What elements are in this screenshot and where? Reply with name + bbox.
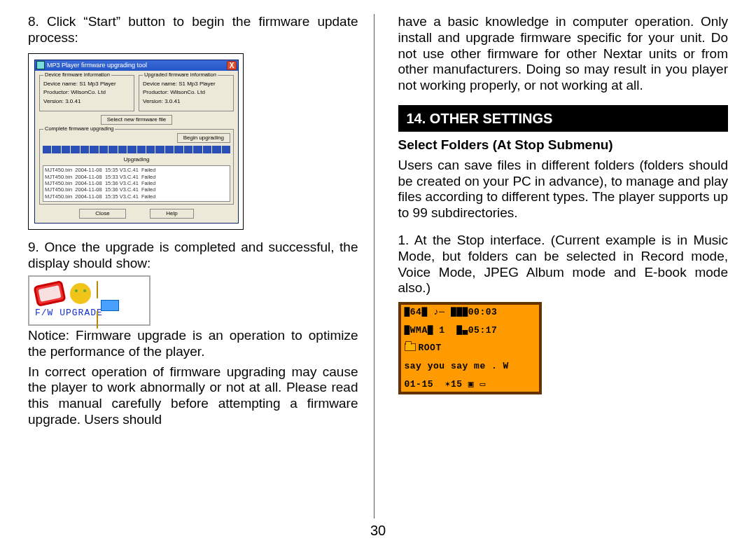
stop-interface-para: 1. At the Stop interface. (Current examp… (398, 233, 729, 296)
firmware-dialog-screenshot: MP3 Player firmware upgrading tool X Dev… (28, 53, 244, 230)
version-row: Version: 3.0.41 (43, 98, 130, 105)
lcd-status-line2: █WMA█ 1 █▄05:17 (405, 325, 536, 336)
device-info-legend: Device firmware information (43, 71, 111, 78)
productor-row: Productor: WilsonCo. Ltd (43, 89, 130, 96)
continuation-text: have a basic knowledge in computer opera… (398, 14, 729, 94)
other-settings-header: 14. OTHER SETTINGS (398, 105, 729, 132)
dialog-title: MP3 Player firmware upgrading tool (47, 62, 227, 69)
lcd-status-line1: █64█ ♪─ ███00:03 (405, 307, 536, 318)
dialog-window: MP3 Player firmware upgrading tool X Dev… (34, 60, 239, 224)
player-lcd-inner: █64█ ♪─ ███00:03 █WMA█ 1 █▄05:17 ROOT sa… (401, 305, 539, 392)
badge-icons (35, 282, 123, 305)
device-icon (33, 280, 66, 307)
upgraded-info-legend: Upgraded firmware information (143, 71, 218, 78)
select-folders-subhead: Select Folders (At Stop Submenu) (398, 137, 729, 153)
notice1-text: Notice: Firmware upgrade is an operation… (28, 328, 358, 360)
lcd-folder-line: ROOT (405, 343, 536, 354)
select-firmware-button[interactable]: Select new firmware file (101, 115, 172, 125)
upgrading-label: Upgrading (43, 156, 230, 163)
close-icon[interactable]: X (227, 61, 237, 70)
notice2-text: In correct operation of firmware upgradi… (28, 364, 358, 428)
progress-bar (43, 146, 230, 153)
step9-text: 9. Once the upgrade is completed and suc… (28, 240, 358, 272)
player-lcd-screenshot: █64█ ♪─ ███00:03 █WMA█ 1 █▄05:17 ROOT sa… (398, 302, 542, 394)
folders-para: Users can save files in different folder… (398, 158, 729, 221)
upg-device-name-row: Device name: S1 Mp3 Player (143, 81, 230, 88)
select-file-row: Select new firmware file (39, 115, 234, 125)
device-name-row: Device name: S1 Mp3 Player (43, 81, 130, 88)
progress-fieldset: Complete firmware upgrading Begin upgrad… (39, 129, 234, 205)
lcd-song-line: say you say me . W (405, 361, 536, 372)
dialog-body: Device firmware information Device name:… (35, 71, 238, 223)
close-button[interactable]: Close (79, 209, 125, 219)
app-icon (36, 61, 45, 69)
upgraded-info-fieldset: Upgraded firmware information Device nam… (139, 75, 234, 112)
fw-upgrade-badge: F/W UPGRADE (28, 275, 150, 326)
folder-icon (405, 343, 416, 351)
upg-version-row: Version: 3.0.41 (143, 98, 230, 105)
lcd-bottom-line: 01-15 ✶15 ▣ ▭ (405, 379, 536, 390)
pc-icon (97, 282, 123, 305)
dialog-titlebar: MP3 Player firmware upgrading tool X (35, 60, 238, 71)
upgrade-log-list: MJT450.bin 2004-11-08 15:35 V3.C.41 Fail… (43, 165, 230, 202)
smiley-icon (70, 283, 91, 304)
page-number: 30 (28, 523, 728, 539)
help-button[interactable]: Help (150, 209, 193, 219)
upg-productor-row: Productor: WilsonCo. Ltd (143, 89, 230, 96)
device-info-fieldset: Device firmware information Device name:… (39, 75, 134, 112)
step8-text: 8. Click “Start” button to begin the fir… (28, 14, 358, 46)
fw-upgrade-text: F/W UPGRADE (35, 308, 103, 319)
lcd-root-label: ROOT (419, 343, 442, 353)
begin-upgrading-button[interactable]: Begin upgrading (177, 133, 230, 143)
progress-legend: Complete firmware upgrading (43, 125, 115, 132)
